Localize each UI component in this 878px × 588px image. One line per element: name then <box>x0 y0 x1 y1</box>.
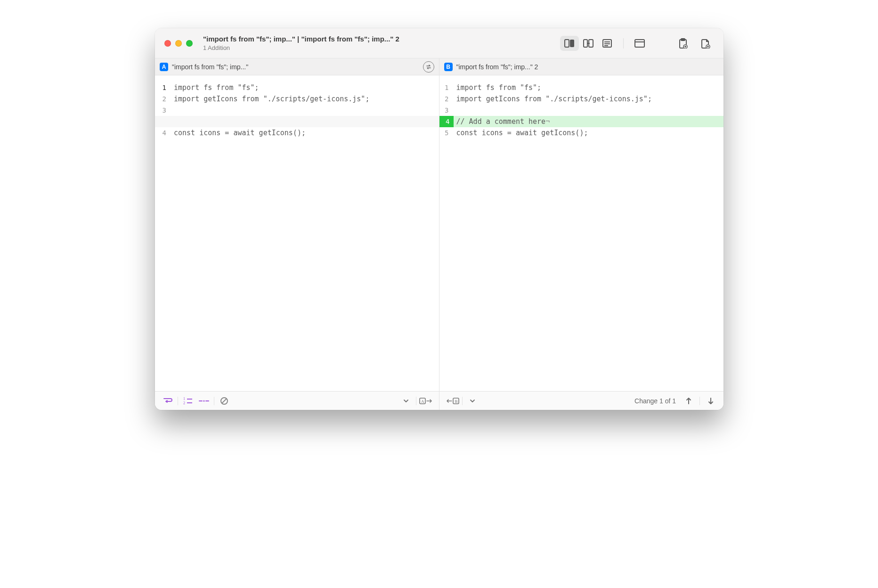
side-by-side-icon <box>564 39 575 48</box>
code-line[interactable]: 1import fs from "fs"; <box>439 82 724 93</box>
dropdown-a-button[interactable] <box>398 394 414 408</box>
file-plus-icon <box>701 38 710 49</box>
svg-text:1: 1 <box>183 397 185 401</box>
svg-rect-2 <box>584 40 587 47</box>
file-tabs: A "import fs from "fs"; imp..." B "impor… <box>155 58 724 75</box>
b-to-left-icon: B <box>445 397 459 405</box>
wrap-lines-button[interactable] <box>160 394 176 408</box>
arrow-down-icon <box>707 397 714 405</box>
swap-icon <box>425 64 432 70</box>
code-text: const icons = await getIcons(); <box>454 127 724 139</box>
badge-a: A <box>160 63 168 71</box>
code-text: import getIcons from "./scripts/get-icon… <box>171 93 439 105</box>
line-number: 5 <box>439 127 454 139</box>
tab-b-label: "import fs from "fs"; imp..." 2 <box>456 63 538 71</box>
save-file-button[interactable] <box>696 36 715 51</box>
code-line[interactable]: 4const icons = await getIcons(); <box>155 127 439 139</box>
line-number: 2 <box>155 93 171 105</box>
filters-button[interactable] <box>216 394 232 408</box>
svg-text:2: 2 <box>183 401 185 405</box>
right-pane[interactable]: 1import fs from "fs";2import getIcons fr… <box>439 75 724 391</box>
clipboard-plus-icon <box>678 38 688 49</box>
code-line[interactable] <box>155 116 439 127</box>
left-pane[interactable]: 1import fs from "fs";2import getIcons fr… <box>155 75 439 391</box>
svg-line-28 <box>222 399 227 403</box>
invisibles-button[interactable] <box>196 394 212 408</box>
diff-content: 1import fs from "fs";2import getIcons fr… <box>155 75 724 391</box>
dropdown-b-button[interactable] <box>464 394 480 408</box>
copy-a-to-b-button[interactable]: A <box>418 394 434 408</box>
chevron-down-icon <box>469 398 476 404</box>
arrow-up-icon <box>685 397 692 405</box>
code-line[interactable]: 2import getIcons from "./scripts/get-ico… <box>155 93 439 105</box>
code-line[interactable]: 2import getIcons from "./scripts/get-ico… <box>439 93 724 105</box>
code-line[interactable]: 4// Add a comment here¬ <box>439 116 724 127</box>
close-icon[interactable] <box>164 40 171 47</box>
tab-a-label: "import fs from "fs"; imp..." <box>172 63 248 71</box>
code-text: // Add a comment here¬ <box>454 116 724 127</box>
unified-view-button[interactable] <box>598 36 617 51</box>
code-text: import getIcons from "./scripts/get-icon… <box>454 93 724 105</box>
svg-rect-8 <box>635 40 644 47</box>
tab-a[interactable]: A "import fs from "fs"; imp..." <box>155 58 439 75</box>
toolbar <box>560 36 715 51</box>
window-controls <box>164 40 193 47</box>
line-number: 1 <box>439 82 454 93</box>
line-numbers-button[interactable]: 1 2 <box>180 394 196 408</box>
line-number: 1 <box>155 82 171 93</box>
code-line[interactable]: 3 <box>155 105 439 116</box>
merge-view-icon <box>583 39 593 48</box>
window-title: "import fs from "fs"; imp..." | "import … <box>203 35 399 43</box>
wrap-icon <box>163 397 172 405</box>
zoom-icon[interactable] <box>186 40 193 47</box>
window-icon <box>634 39 645 48</box>
diff-window: "import fs from "fs"; imp..." | "import … <box>155 28 724 410</box>
titlebar: "import fs from "fs"; imp..." | "import … <box>155 28 724 58</box>
a-to-right-icon: A <box>419 397 433 405</box>
unified-view-icon <box>602 39 612 48</box>
chevron-down-icon <box>403 398 409 404</box>
code-text: import fs from "fs"; <box>454 82 724 93</box>
code-text: const icons = await getIcons(); <box>171 127 439 139</box>
copy-b-to-a-button[interactable]: B <box>444 394 460 408</box>
svg-text:A: A <box>421 399 424 404</box>
side-by-side-view-button[interactable] <box>560 36 579 51</box>
svg-point-25 <box>203 400 204 401</box>
line-number: 3 <box>155 105 171 116</box>
prev-change-button[interactable] <box>681 394 697 408</box>
tab-b[interactable]: B "import fs from "fs"; imp..." 2 <box>439 58 724 75</box>
code-text: import fs from "fs"; <box>171 82 439 93</box>
no-icon <box>220 397 228 405</box>
line-number: 2 <box>439 93 454 105</box>
svg-rect-0 <box>565 40 569 47</box>
merge-view-button[interactable] <box>579 36 598 51</box>
next-change-button[interactable] <box>703 394 719 408</box>
statusbar: 1 2 <box>155 391 724 410</box>
svg-text:B: B <box>455 399 457 404</box>
change-status: Change 1 of 1 <box>634 397 676 405</box>
line-number: 4 <box>155 127 171 139</box>
minimize-icon[interactable] <box>175 40 182 47</box>
copy-to-clipboard-button[interactable] <box>674 36 692 51</box>
swap-sides-button[interactable] <box>423 61 434 73</box>
code-line[interactable]: 1import fs from "fs"; <box>155 82 439 93</box>
badge-b: B <box>444 63 453 71</box>
line-numbers-icon: 1 2 <box>183 397 193 405</box>
line-number: 3 <box>439 105 454 116</box>
window-subtitle: 1 Addition <box>203 44 399 52</box>
code-line[interactable]: 3 <box>439 105 724 116</box>
code-line[interactable]: 5const icons = await getIcons(); <box>439 127 724 139</box>
invisibles-icon <box>199 399 209 403</box>
line-number: 4 <box>439 116 454 127</box>
svg-rect-1 <box>570 40 574 47</box>
window-mode-button[interactable] <box>630 36 649 51</box>
